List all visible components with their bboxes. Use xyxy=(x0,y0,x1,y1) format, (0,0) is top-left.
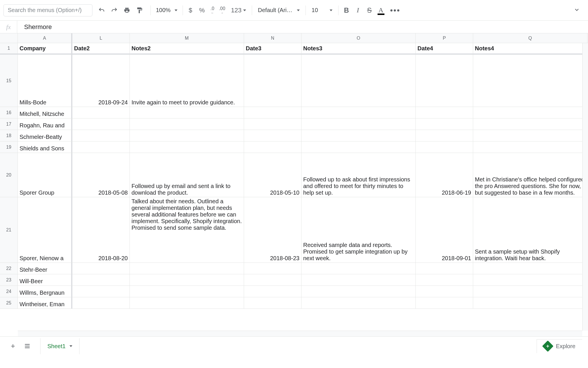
cell[interactable]: Stehr-Beer xyxy=(18,263,72,274)
cell[interactable] xyxy=(416,55,473,107)
cell[interactable] xyxy=(244,107,301,118)
cell[interactable]: Rogahn, Rau and xyxy=(18,118,72,130)
cell[interactable] xyxy=(301,297,416,308)
column-header-M[interactable]: M xyxy=(130,33,244,43)
cell[interactable] xyxy=(244,297,301,308)
cell[interactable]: Followed up by email and sent a link to … xyxy=(130,153,244,197)
formula-input[interactable]: Shermore xyxy=(17,21,588,33)
cell[interactable] xyxy=(130,263,244,274)
cell[interactable] xyxy=(416,286,473,297)
cell[interactable]: Mills-Bode xyxy=(18,55,72,107)
column-header-Q[interactable]: Q xyxy=(473,33,587,43)
cell[interactable] xyxy=(416,130,473,141)
row-header-25[interactable]: 25 xyxy=(0,297,18,308)
cell[interactable]: Company xyxy=(18,43,72,53)
cell[interactable]: Notes4 xyxy=(473,43,587,53)
cell[interactable]: Wintheiser, Eman xyxy=(18,297,72,308)
cell[interactable] xyxy=(244,55,301,107)
cell[interactable]: Followed up to ask about first impressio… xyxy=(301,153,416,197)
cell[interactable]: Sporer Group xyxy=(18,153,72,197)
cell[interactable]: Notes2 xyxy=(130,43,244,53)
italic-button[interactable]: I xyxy=(353,5,363,16)
cell[interactable]: 2018-05-08 xyxy=(72,153,130,197)
cell[interactable] xyxy=(473,263,587,274)
column-header-A[interactable]: A xyxy=(18,33,72,43)
add-sheet-button[interactable]: + xyxy=(6,339,20,353)
font-size-dropdown[interactable]: 10 xyxy=(309,7,335,14)
cell[interactable] xyxy=(473,141,587,153)
row-header-16[interactable]: 16 xyxy=(0,107,18,118)
row-header-23[interactable]: 23 xyxy=(0,274,18,285)
cell[interactable]: 2018-08-20 xyxy=(72,197,130,262)
cell[interactable] xyxy=(416,263,473,274)
cell[interactable] xyxy=(72,274,130,285)
cell[interactable] xyxy=(473,118,587,130)
cell[interactable] xyxy=(301,55,416,107)
column-header-O[interactable]: O xyxy=(301,33,416,43)
cell[interactable] xyxy=(72,141,130,153)
print-button[interactable] xyxy=(122,5,132,16)
cell[interactable]: Date4 xyxy=(416,43,473,53)
cell[interactable] xyxy=(416,297,473,308)
cell[interactable] xyxy=(301,118,416,130)
cell[interactable]: Sent a sample setup with Shopify integra… xyxy=(473,197,587,262)
cell[interactable] xyxy=(301,263,416,274)
column-header-N[interactable]: N xyxy=(244,33,301,43)
increase-decimal-button[interactable]: .00 → xyxy=(217,5,227,16)
cell[interactable]: Date3 xyxy=(244,43,301,53)
cell[interactable] xyxy=(130,130,244,141)
explore-button[interactable]: Explore xyxy=(537,339,582,353)
cell[interactable]: Notes3 xyxy=(301,43,416,53)
cell[interactable] xyxy=(72,297,130,308)
cell[interactable] xyxy=(416,107,473,118)
cell[interactable] xyxy=(244,263,301,274)
undo-button[interactable] xyxy=(96,5,107,16)
cell[interactable]: 2018-09-01 xyxy=(416,197,473,262)
cell[interactable]: Mitchell, Nitzsche xyxy=(18,107,72,118)
cell[interactable] xyxy=(130,107,244,118)
cell[interactable]: Invite again to meet to provide guidance… xyxy=(130,55,244,107)
cell[interactable] xyxy=(130,286,244,297)
strikethrough-button[interactable]: S xyxy=(364,5,375,16)
cell[interactable] xyxy=(244,286,301,297)
row-header-24[interactable]: 24 xyxy=(0,286,18,297)
cell[interactable]: 2018-06-19 xyxy=(416,153,473,197)
row-header-20[interactable]: 20 xyxy=(0,153,18,197)
cell[interactable] xyxy=(416,118,473,130)
collapse-toolbar-button[interactable] xyxy=(569,7,585,14)
more-toolbar-button[interactable]: ••• xyxy=(387,6,403,15)
row-header-17[interactable]: 17 xyxy=(0,118,18,130)
search-menus-input[interactable]: Search the menus (Option+/) xyxy=(3,4,92,16)
decrease-decimal-button[interactable]: .0 ← xyxy=(209,5,216,16)
cell[interactable]: 2018-08-23 xyxy=(244,197,301,262)
cell[interactable] xyxy=(130,274,244,285)
cell[interactable]: Met in Christiane's office helped config… xyxy=(473,153,587,197)
cell[interactable] xyxy=(72,107,130,118)
column-header-P[interactable]: P xyxy=(416,33,473,43)
cell[interactable] xyxy=(301,274,416,285)
cell[interactable] xyxy=(244,118,301,130)
paint-format-button[interactable] xyxy=(134,5,145,16)
font-family-dropdown[interactable]: Default (Ari… xyxy=(255,7,303,14)
row-header-1[interactable]: 1 xyxy=(0,43,18,53)
row-header-15[interactable]: 15 xyxy=(0,55,18,107)
cell[interactable] xyxy=(130,141,244,153)
horizontal-scrollbar[interactable] xyxy=(18,331,582,336)
cell[interactable]: Date2 xyxy=(72,43,130,53)
column-header-L[interactable]: L xyxy=(72,33,130,43)
cell[interactable]: Shields and Sons xyxy=(18,141,72,153)
cell[interactable] xyxy=(244,274,301,285)
cell[interactable] xyxy=(244,130,301,141)
percent-format-button[interactable]: % xyxy=(196,7,208,14)
text-color-button[interactable]: A xyxy=(376,5,386,16)
cell[interactable] xyxy=(244,141,301,153)
redo-button[interactable] xyxy=(109,5,119,16)
cell[interactable] xyxy=(473,107,587,118)
cell[interactable] xyxy=(473,55,587,107)
row-header-22[interactable]: 22 xyxy=(0,263,18,274)
cell[interactable]: Received sample data and reports. Promis… xyxy=(301,197,416,262)
cell[interactable]: 2018-09-24 xyxy=(72,55,130,107)
cell[interactable]: 2018-05-10 xyxy=(244,153,301,197)
cell[interactable]: Will-Beer xyxy=(18,274,72,285)
cell[interactable]: Sporer, Nienow a xyxy=(18,197,72,262)
